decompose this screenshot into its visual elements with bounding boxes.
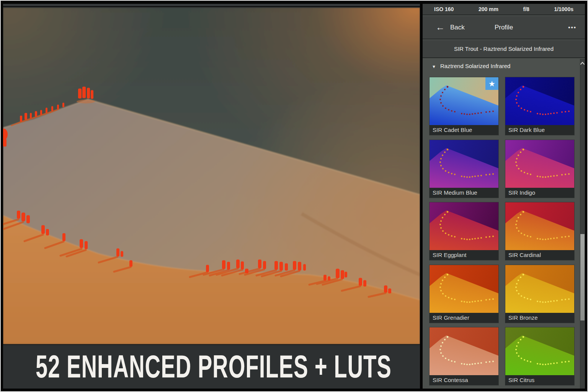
current-profile-name: SIR Trout - Raztrend Solarized Infrared <box>423 40 585 58</box>
banner-text: 52 ENHANCED PROFILES + LUTS <box>36 348 392 385</box>
dune-photo <box>3 8 420 344</box>
stage: 52 ENHANCED PROFILES + LUTS ISO 160 200 … <box>1 1 587 391</box>
screenshot-frame: 52 ENHANCED PROFILES + LUTS ISO 160 200 … <box>0 0 588 392</box>
panel-title: Profile <box>423 16 585 39</box>
more-options-icon[interactable]: ••• <box>568 16 577 39</box>
profile-thumb-label: SIR Medium Blue <box>430 188 498 198</box>
profile-thumb-label: SIR Contessa <box>430 375 498 385</box>
profile-panel: ISO 160 200 mm f/8 1/1000s ← Back Profil… <box>423 4 585 389</box>
profile-thumb-image[interactable] <box>505 327 574 375</box>
scroll-up-icon[interactable] <box>580 60 585 67</box>
profile-thumb-sir-citrus[interactable]: SIR Citrus <box>505 327 574 385</box>
profile-thumb-sir-bronze[interactable]: SIR Bronze <box>505 265 574 323</box>
profile-thumb-sir-cardinal[interactable]: SIR Cardinal <box>505 202 574 260</box>
profile-thumb-image[interactable]: ★ <box>430 77 498 125</box>
profile-thumb-sir-medium-blue[interactable]: SIR Medium Blue <box>430 140 498 198</box>
scrollbar-track[interactable] <box>580 59 585 389</box>
profile-thumb-label: SIR Dark Blue <box>505 125 574 135</box>
exif-shutter-speed: 1/1000s <box>554 6 573 12</box>
profile-thumb-image[interactable] <box>430 265 498 313</box>
photo-preview: 52 ENHANCED PROFILES + LUTS <box>3 4 420 389</box>
scrollbar-thumb[interactable] <box>580 234 585 320</box>
profile-thumb-image[interactable] <box>430 202 498 250</box>
profile-thumb-sir-eggplant[interactable]: SIR Eggplant <box>430 202 498 260</box>
profile-thumb-sir-cadet-blue[interactable]: ★ SIR Cadet Blue <box>430 77 498 135</box>
profile-thumb-image[interactable] <box>430 327 498 375</box>
profile-grid: ★ SIR Cadet Blue SIR Da <box>423 59 585 389</box>
profile-thumb-image[interactable] <box>505 265 574 313</box>
exif-aperture: f/8 <box>523 6 529 12</box>
profile-thumb-label: SIR Bronze <box>505 313 574 323</box>
profile-thumb-label: SIR Eggplant <box>430 250 498 260</box>
promo-banner: 52 ENHANCED PROFILES + LUTS <box>3 344 420 389</box>
profile-browser: ▼ Raztrend Solarized Infrared <box>423 59 585 389</box>
profile-thumb-label: SIR Indigo <box>505 188 574 198</box>
star-icon[interactable]: ★ <box>485 77 498 90</box>
profile-thumb-label: SIR Cadet Blue <box>430 125 498 135</box>
profile-thumb-image[interactable] <box>430 140 498 188</box>
profile-thumb-image[interactable] <box>505 77 574 125</box>
exif-bar: ISO 160 200 mm f/8 1/1000s <box>423 4 585 15</box>
profile-thumb-image[interactable] <box>505 140 574 188</box>
profile-thumb-sir-contessa[interactable]: SIR Contessa <box>430 327 498 385</box>
profile-thumb-image[interactable] <box>505 202 574 250</box>
profile-thumb-label: SIR Cardinal <box>505 250 574 260</box>
profile-thumb-label: SIR Grenadier <box>430 313 498 323</box>
profile-header-bar: ← Back Profile ••• <box>423 16 585 39</box>
profile-thumb-sir-indigo[interactable]: SIR Indigo <box>505 140 574 198</box>
profile-thumb-label: SIR Citrus <box>505 375 574 385</box>
exif-focal-length: 200 mm <box>479 6 498 12</box>
photo-top-strip <box>3 4 420 7</box>
profile-thumb-sir-grenadier[interactable]: SIR Grenadier <box>430 265 498 323</box>
exif-iso: ISO 160 <box>434 6 454 12</box>
profile-thumb-sir-dark-blue[interactable]: SIR Dark Blue <box>505 77 574 135</box>
